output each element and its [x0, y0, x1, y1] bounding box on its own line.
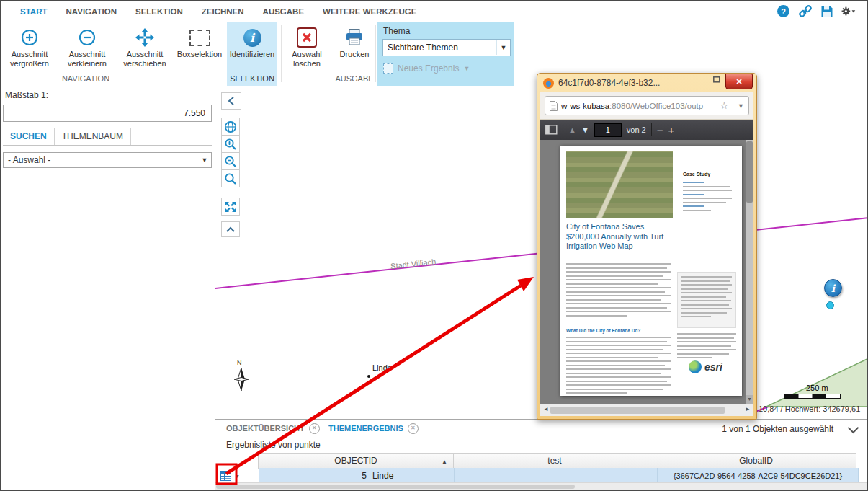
result-table-icon[interactable]: [220, 471, 233, 482]
pan-button[interactable]: Ausschnitt verschieben: [120, 23, 169, 68]
printer-icon: [345, 26, 364, 49]
menu-navigation[interactable]: NAVIGATION: [56, 1, 126, 22]
zoom-in-icon: [19, 26, 40, 49]
scroll-left-arrow[interactable]: ◄: [543, 406, 549, 412]
thema-panel: Thema Sichtbare Themen ▼ Neues Ergebnis …: [377, 22, 514, 86]
browser-icon: [543, 78, 554, 89]
esri-globe-icon: [689, 360, 702, 373]
tab-themenbaum[interactable]: THEMENBAUM: [55, 128, 131, 145]
cell-name: Linde: [372, 471, 393, 481]
menu-start[interactable]: START: [11, 1, 56, 22]
scroll-right-arrow[interactable]: ►: [745, 406, 751, 412]
help-icon[interactable]: ?: [776, 4, 791, 19]
esri-logo: esri: [689, 360, 722, 373]
result-panel: OBJEKTÜBERSICHT ✕ THEMENERGEBNIS ✕ 1 von…: [215, 419, 867, 490]
neues-ergebnis-toggle[interactable]: Neues Ergebnis ▼: [383, 63, 470, 74]
neues-ergebnis-caret-icon: ▼: [463, 65, 470, 72]
hscrollbar-thumb[interactable]: [550, 407, 725, 414]
zoom-in-pdf-button[interactable]: +: [668, 125, 674, 136]
pdf-popup-window: 64c1f7d0-8784-4ef3-b32... — ✕ w-ws-kubas…: [537, 73, 757, 420]
table-horizontal-scrollbar[interactable]: [215, 482, 867, 490]
massstab-input[interactable]: [3, 105, 212, 122]
url-host: w-ws-kubasa: [561, 102, 609, 110]
table-hscrollbar-thumb[interactable]: [216, 485, 575, 489]
link-icon[interactable]: [797, 4, 813, 19]
tab-suchen[interactable]: SUCHEN: [3, 128, 55, 145]
save-icon[interactable]: [819, 4, 834, 19]
print-button[interactable]: Drucken: [334, 23, 375, 59]
column-header-globalid[interactable]: GlobalID: [656, 453, 856, 469]
compass-icon: [231, 366, 251, 392]
url-dropdown-caret-icon[interactable]: ▼: [733, 102, 744, 110]
row-actions-caret-icon[interactable]: ▼: [235, 474, 240, 479]
menu-zeichnen[interactable]: ZEICHNEN: [192, 1, 254, 22]
scale-bar: [784, 394, 841, 399]
close-button[interactable]: ✕: [725, 74, 753, 89]
url-input[interactable]: w-ws-kubasa:8080/WebOffice103/outp ☆ ▼: [545, 96, 749, 115]
map-zoom-in-button[interactable]: [221, 135, 240, 153]
thema-dropdown[interactable]: Sichtbare Themen ▼: [382, 39, 511, 56]
url-path: :8080/WebOffice103/outp: [609, 102, 703, 110]
compass-n-label: N: [237, 359, 242, 366]
sidebar-toggle-icon[interactable]: [545, 125, 558, 135]
overview-globe-button[interactable]: [221, 118, 240, 136]
full-extent-button[interactable]: [221, 198, 240, 216]
close-tab-icon[interactable]: ✕: [309, 423, 320, 434]
map-zoom-out-button[interactable]: [221, 152, 240, 170]
page-number-input[interactable]: [594, 123, 622, 137]
identify-button[interactable]: i Identifizieren SELEKTION: [227, 22, 277, 86]
zoom-in-button[interactable]: Ausschnitt vergrößern: [5, 23, 54, 68]
pdf-horizontal-scrollbar[interactable]: ◄ ►: [540, 404, 753, 416]
map-tool-strip: [221, 118, 240, 237]
page-count-label: von 2: [627, 125, 646, 134]
zoom-window-button[interactable]: [221, 169, 240, 187]
identify-info-icon: i: [243, 29, 261, 47]
zoom-out-button[interactable]: Ausschnitt verkleinern: [63, 23, 112, 68]
pdf-toolbar: ▲ ▼ von 2 − +: [540, 120, 753, 140]
coordinate-readout: 10,84 / Hochwert: 342679,61: [759, 404, 860, 413]
group-label-ausgabe: AUSGABE: [334, 74, 375, 83]
menu-bar: START NAVIGATION SELEKTION ZEICHNEN AUSG…: [1, 1, 867, 22]
pdf-vertical-scrollbar[interactable]: ▼: [746, 140, 753, 404]
thema-dropdown-caret-icon: ▼: [496, 40, 510, 55]
toolbar-collapse-up-button[interactable]: [221, 221, 240, 237]
clear-selection-button[interactable]: Auswahl löschen: [284, 23, 330, 68]
tab-objektuebersicht[interactable]: OBJEKTÜBERSICHT ✕: [226, 420, 320, 438]
menu-weitere-werkzeuge[interactable]: WEITERE WERKZEUGE: [313, 1, 426, 22]
body-text-column-2: [566, 337, 671, 397]
case-study-kicker: Case Study: [683, 172, 710, 177]
identify-result-marker[interactable]: i: [824, 279, 842, 297]
sidebar-collapse-button[interactable]: [221, 92, 241, 110]
next-page-button[interactable]: ▼: [581, 125, 589, 134]
result-point-marker: [826, 301, 834, 309]
auswahl-dropdown-value: - Auswahl -: [4, 155, 198, 165]
zoom-out-pdf-button[interactable]: −: [657, 125, 663, 136]
svg-text:?: ?: [781, 7, 786, 16]
scrollbar-thumb[interactable]: [746, 141, 753, 203]
maximize-button[interactable]: [708, 74, 725, 86]
close-tab-icon[interactable]: ✕: [408, 423, 419, 434]
neues-ergebnis-label: Neues Ergebnis: [398, 63, 459, 74]
weboffice-app: START NAVIGATION SELEKTION ZEICHNEN AUSG…: [0, 0, 868, 491]
popup-window-controls: — ✕: [691, 74, 753, 89]
scrollbar-down-arrow[interactable]: ▼: [746, 395, 753, 404]
tab-themenergebnis[interactable]: THEMENERGEBNIS ✕: [328, 420, 419, 438]
previous-page-button[interactable]: ▲: [568, 125, 576, 134]
minimize-button[interactable]: —: [691, 74, 708, 86]
thema-dropdown-value: Sichtbare Themen: [383, 43, 496, 53]
thema-label: Thema: [383, 26, 410, 36]
menu-selektion[interactable]: SELEKTION: [126, 1, 192, 22]
column-header-test[interactable]: test: [453, 453, 656, 469]
settings-gear-icon[interactable]: [841, 4, 856, 19]
panel-expand-chevron-icon[interactable]: [848, 423, 859, 434]
box-select-button[interactable]: Boxselektion: [174, 23, 225, 59]
group-label-navigation: NAVIGATION: [1, 74, 171, 83]
bookmark-star-icon[interactable]: ☆: [720, 100, 728, 111]
neues-ergebnis-icon: [383, 63, 393, 74]
popup-body: w-ws-kubasa:8080/WebOffice103/outp ☆ ▼ ▲…: [540, 92, 753, 416]
group-label-selektion: SELEKTION: [227, 74, 277, 83]
menu-ausgabe[interactable]: AUSGABE: [254, 1, 314, 22]
app-window-icons: ?: [776, 4, 856, 19]
column-header-objectid[interactable]: OBJECTID ▲: [258, 453, 454, 469]
auswahl-dropdown[interactable]: - Auswahl - ▼: [3, 152, 212, 168]
